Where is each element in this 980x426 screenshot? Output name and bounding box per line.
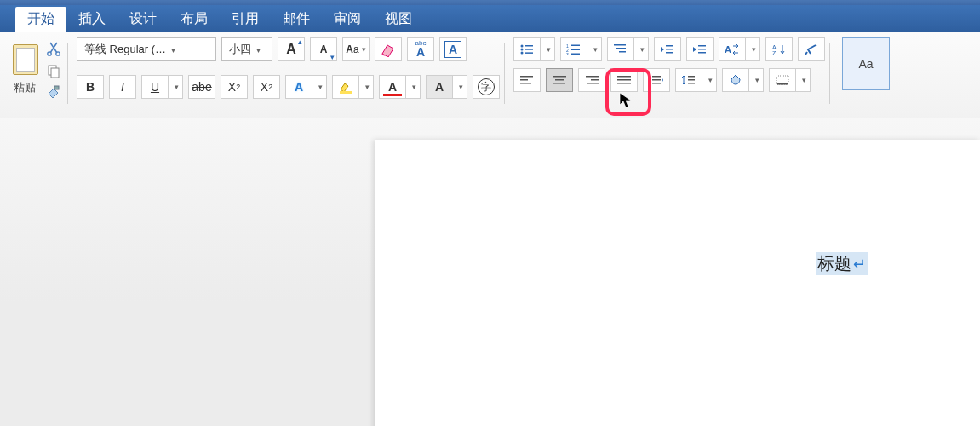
- group-styles: Aa: [830, 37, 895, 112]
- svg-rect-42: [652, 76, 661, 78]
- svg-text:Z: Z: [772, 50, 777, 55]
- char-shading-dropdown[interactable]: ▾: [452, 75, 467, 99]
- tab-view[interactable]: 视图: [373, 5, 424, 32]
- svg-text:A: A: [725, 44, 731, 55]
- svg-rect-3: [51, 68, 59, 78]
- svg-rect-45: [688, 76, 695, 78]
- cut-button[interactable]: [44, 39, 63, 58]
- char-shading-button[interactable]: A: [426, 75, 452, 99]
- svg-rect-25: [698, 49, 706, 50]
- tab-mailings[interactable]: 邮件: [271, 5, 322, 32]
- strikethrough-button[interactable]: abe: [188, 75, 215, 99]
- bullets-button[interactable]: [513, 37, 540, 61]
- change-case-button[interactable]: Aa▾: [342, 37, 370, 61]
- svg-point-0: [48, 52, 51, 55]
- align-right-button[interactable]: [578, 68, 605, 92]
- enclose-char-button[interactable]: 字: [473, 75, 500, 99]
- font-family-combo[interactable]: 等线 Regular (…▾: [77, 37, 216, 61]
- svg-rect-9: [525, 49, 533, 50]
- font-color-dropdown[interactable]: ▾: [405, 75, 421, 99]
- numbering-dropdown[interactable]: ▾: [587, 37, 602, 61]
- borders-button[interactable]: [769, 68, 795, 92]
- svg-rect-34: [555, 79, 564, 81]
- paste-icon[interactable]: [10, 39, 39, 75]
- svg-text:3: 3: [566, 52, 569, 55]
- tab-insert[interactable]: 插入: [66, 5, 117, 32]
- svg-rect-48: [777, 76, 788, 84]
- style-normal[interactable]: Aa: [842, 37, 890, 90]
- group-clipboard: 粘贴: [5, 37, 68, 112]
- document-canvas: 标题 ↵: [0, 118, 980, 426]
- svg-rect-39: [617, 76, 631, 78]
- svg-rect-22: [666, 49, 673, 50]
- bold-button[interactable]: B: [77, 75, 104, 99]
- decrease-font-button[interactable]: A▾: [310, 37, 337, 61]
- svg-rect-5: [340, 91, 352, 94]
- document-page[interactable]: 标题 ↵: [375, 140, 980, 426]
- tab-layout[interactable]: 布局: [169, 5, 220, 32]
- document-title-text[interactable]: 标题 ↵: [816, 252, 868, 275]
- svg-rect-35: [553, 83, 565, 84]
- highlight-dropdown[interactable]: ▾: [358, 75, 374, 99]
- svg-rect-49: [777, 83, 788, 85]
- show-marks-button[interactable]: [798, 37, 825, 61]
- group-paragraph: ▾ 123▾ ▾ A▾ AZ ▾ ▾ ▾: [505, 37, 830, 112]
- decrease-indent-button[interactable]: [654, 37, 681, 61]
- svg-rect-17: [571, 54, 580, 55]
- borders-dropdown[interactable]: ▾: [795, 68, 811, 92]
- font-size-value: 小四: [229, 42, 251, 57]
- clear-formatting-button[interactable]: [375, 37, 402, 61]
- svg-point-8: [521, 49, 524, 51]
- align-center-button[interactable]: [546, 68, 573, 92]
- svg-rect-41: [617, 83, 631, 84]
- align-distributed-button[interactable]: [643, 68, 670, 92]
- text-direction-dropdown[interactable]: ▾: [745, 37, 760, 61]
- align-left-button[interactable]: [513, 68, 541, 92]
- underline-dropdown[interactable]: ▾: [168, 75, 183, 99]
- underline-button[interactable]: U: [141, 75, 168, 99]
- paste-label: 粘贴: [14, 80, 36, 95]
- subscript-button[interactable]: X2: [221, 75, 248, 99]
- tab-home[interactable]: 开始: [15, 7, 66, 32]
- numbering-button[interactable]: 123: [560, 37, 587, 61]
- svg-rect-4: [54, 86, 59, 89]
- group-font: 等线 Regular (…▾ 小四▾ A▴ A▾ Aa▾ abcA A B I …: [68, 37, 505, 112]
- font-size-combo[interactable]: 小四▾: [221, 37, 272, 61]
- text-effects-button[interactable]: A: [285, 75, 312, 99]
- svg-rect-21: [666, 45, 673, 47]
- svg-rect-33: [553, 76, 566, 78]
- svg-point-6: [521, 45, 524, 48]
- multilevel-dropdown[interactable]: ▾: [633, 37, 649, 61]
- tab-references[interactable]: 引用: [220, 5, 271, 32]
- line-spacing-dropdown[interactable]: ▾: [702, 68, 717, 92]
- font-family-value: 等线 Regular (…: [84, 42, 166, 57]
- shading-dropdown[interactable]: ▾: [748, 68, 764, 92]
- bullets-dropdown[interactable]: ▾: [540, 37, 555, 61]
- align-justify-button[interactable]: [610, 68, 638, 92]
- character-border-button[interactable]: A: [439, 37, 467, 61]
- svg-rect-15: [571, 49, 580, 51]
- superscript-button[interactable]: X2: [253, 75, 280, 99]
- sort-button[interactable]: AZ: [765, 37, 793, 61]
- line-spacing-button[interactable]: [675, 68, 702, 92]
- svg-rect-40: [617, 79, 631, 81]
- format-painter-button[interactable]: [44, 83, 63, 102]
- tab-design[interactable]: 设计: [117, 5, 169, 32]
- italic-button[interactable]: I: [109, 75, 136, 99]
- text-effects-dropdown[interactable]: ▾: [312, 75, 327, 99]
- svg-point-1: [56, 52, 60, 55]
- copy-button[interactable]: [44, 61, 63, 80]
- svg-rect-37: [591, 79, 599, 81]
- multilevel-list-button[interactable]: [607, 37, 633, 61]
- increase-font-button[interactable]: A▴: [278, 37, 305, 61]
- phonetic-guide-button[interactable]: abcA: [407, 37, 434, 61]
- text-direction-button[interactable]: A: [719, 37, 745, 61]
- svg-rect-46: [688, 79, 695, 81]
- increase-indent-button[interactable]: [686, 37, 714, 61]
- highlight-button[interactable]: [332, 75, 358, 99]
- tab-review[interactable]: 审阅: [322, 5, 373, 32]
- font-color-button[interactable]: A: [379, 75, 405, 99]
- shading-button[interactable]: [722, 68, 748, 92]
- svg-text:A: A: [772, 44, 777, 50]
- svg-rect-24: [698, 45, 706, 47]
